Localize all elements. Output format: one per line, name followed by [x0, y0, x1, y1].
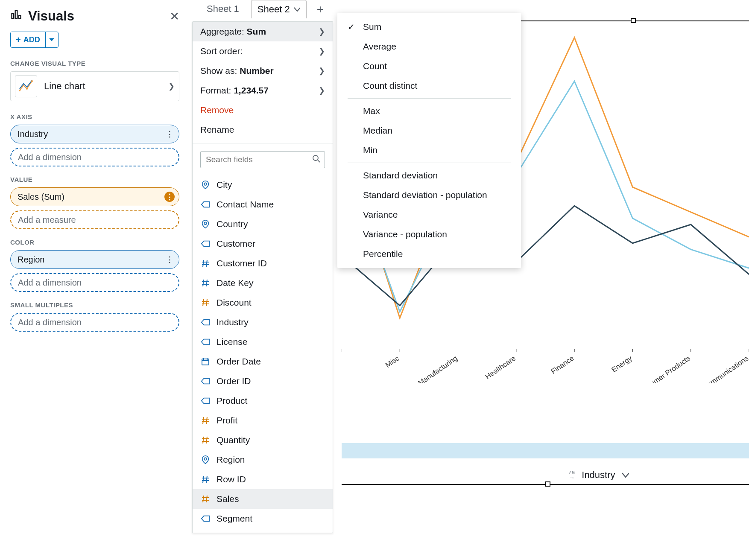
svg-line-20 — [206, 299, 207, 306]
svg-line-11 — [203, 260, 204, 267]
field-item[interactable]: Region — [193, 450, 333, 470]
agg-option[interactable]: Standard deviation - population — [337, 185, 521, 205]
agg-option[interactable]: Variance - population — [337, 225, 521, 244]
field-item[interactable]: Contact Name — [193, 195, 333, 214]
scrub-track-top[interactable] — [512, 20, 749, 21]
divider — [348, 163, 511, 163]
xaxis-add-dimension[interactable]: Add a dimension — [10, 148, 179, 166]
svg-point-10 — [204, 222, 207, 225]
add-sheet-button[interactable]: + — [313, 0, 328, 19]
field-item[interactable]: Industry — [193, 312, 333, 332]
agg-option[interactable]: Average — [337, 37, 521, 56]
more-icon[interactable] — [164, 192, 175, 202]
sm-add-dimension[interactable]: Add a dimension — [10, 313, 179, 332]
svg-line-15 — [203, 280, 204, 286]
field-item[interactable]: Sales — [193, 489, 333, 509]
field-item[interactable]: Date Key — [193, 273, 333, 293]
pin-icon — [200, 219, 211, 229]
tag-icon — [200, 377, 211, 385]
svg-line-8 — [318, 160, 320, 162]
chevron-right-icon: ❯ — [319, 66, 325, 76]
color-label: COLOR — [10, 239, 179, 246]
agg-option[interactable]: Median — [337, 121, 521, 140]
hash-icon — [200, 475, 211, 484]
menu-remove[interactable]: Remove — [193, 100, 333, 120]
field-item[interactable]: License — [193, 332, 333, 352]
field-item[interactable]: Order Date — [193, 352, 333, 371]
field-item[interactable]: Country — [193, 214, 333, 234]
chevron-right-icon: ❯ — [319, 86, 325, 95]
value-field-pill[interactable]: Sales (Sum) — [10, 187, 179, 206]
visual-type-selector[interactable]: Line chart ❯ — [10, 71, 179, 101]
add-button[interactable]: +ADD — [11, 32, 45, 47]
field-item[interactable]: Discount — [193, 293, 333, 312]
field-item[interactable]: Order ID — [193, 371, 333, 391]
field-item[interactable]: Customer — [193, 234, 333, 254]
value-add-measure[interactable]: Add a measure — [10, 210, 179, 229]
sort-za-icon: za→ — [568, 470, 575, 480]
field-item[interactable]: Profit — [193, 411, 333, 430]
tag-icon — [200, 397, 211, 405]
field-item[interactable]: City — [193, 175, 333, 195]
field-list: CityContact NameCountryCustomerCustomer … — [193, 172, 333, 533]
close-icon[interactable]: ✕ — [170, 9, 179, 23]
svg-line-16 — [206, 280, 207, 286]
value-label: VALUE — [10, 176, 179, 183]
agg-option[interactable]: Sum — [337, 17, 521, 37]
svg-line-28 — [206, 417, 207, 424]
more-icon[interactable] — [164, 254, 175, 265]
x-axis-label-row[interactable]: za→ Industry — [448, 467, 749, 484]
hash-icon — [200, 416, 211, 425]
x-tick-label: Finance — [550, 354, 575, 376]
scrub-handle-icon[interactable] — [545, 481, 550, 487]
svg-rect-23 — [202, 359, 209, 365]
line-chart-icon — [15, 75, 37, 97]
agg-option[interactable]: Variance — [337, 205, 521, 225]
svg-point-5 — [26, 88, 28, 90]
field-item[interactable]: Row ID — [193, 470, 333, 489]
visuals-panel: Visuals ✕ +ADD CHANGE VISUAL TYPE Line c… — [0, 0, 190, 560]
menu-format[interactable]: Format: 1,234.57❯ — [193, 81, 333, 100]
svg-point-3 — [19, 90, 20, 91]
tab-sheet1[interactable]: Sheet 1 — [201, 0, 245, 18]
color-field-pill[interactable]: Region — [10, 250, 179, 269]
x-tick-label: Manufacturing — [417, 354, 459, 383]
field-context-menu: Aggregate: Sum❯ Sort order:❯ Show as: Nu… — [192, 21, 333, 533]
hash-icon — [200, 298, 211, 307]
svg-rect-0 — [12, 14, 14, 19]
field-item[interactable]: Quantity — [193, 430, 333, 450]
menu-sort-order[interactable]: Sort order:❯ — [193, 41, 333, 61]
agg-option[interactable]: Percentile — [337, 244, 521, 264]
hash-icon — [200, 259, 211, 268]
more-icon[interactable] — [164, 129, 175, 139]
chevron-right-icon: ❯ — [319, 27, 325, 36]
xaxis-field-pill[interactable]: Industry — [10, 125, 179, 143]
menu-rename[interactable]: Rename — [193, 120, 333, 140]
x-tick-label: Energy — [610, 354, 634, 374]
aggregate-submenu: SumAverageCountCount distinctMaxMedianMi… — [337, 13, 521, 268]
agg-option[interactable]: Standard deviation — [337, 166, 521, 185]
small-multiples-label: SMALL MULTIPLES — [10, 301, 179, 309]
svg-rect-2 — [19, 15, 21, 18]
color-add-dimension[interactable]: Add a dimension — [10, 273, 179, 292]
agg-option[interactable]: Count distinct — [337, 76, 521, 96]
agg-option[interactable]: Min — [337, 140, 521, 160]
menu-show-as[interactable]: Show as: Number❯ — [193, 61, 333, 81]
visuals-icon — [10, 9, 22, 24]
svg-line-27 — [203, 417, 204, 424]
field-item[interactable]: Customer ID — [193, 254, 333, 273]
tab-sheet2[interactable]: Sheet 2 — [251, 0, 307, 18]
add-dropdown[interactable] — [45, 32, 58, 47]
field-item[interactable]: Product — [193, 391, 333, 411]
scrub-track-bottom[interactable] — [342, 484, 749, 485]
menu-aggregate[interactable]: Aggregate: Sum❯ — [193, 22, 333, 41]
selection-band — [342, 443, 749, 458]
divider — [193, 143, 333, 143]
search-fields-input[interactable] — [200, 151, 325, 168]
svg-line-31 — [203, 437, 204, 443]
svg-line-12 — [206, 260, 207, 267]
agg-option[interactable]: Count — [337, 56, 521, 76]
field-item[interactable]: Segment — [193, 509, 333, 528]
scrub-handle-icon[interactable] — [631, 18, 636, 23]
agg-option[interactable]: Max — [337, 101, 521, 121]
